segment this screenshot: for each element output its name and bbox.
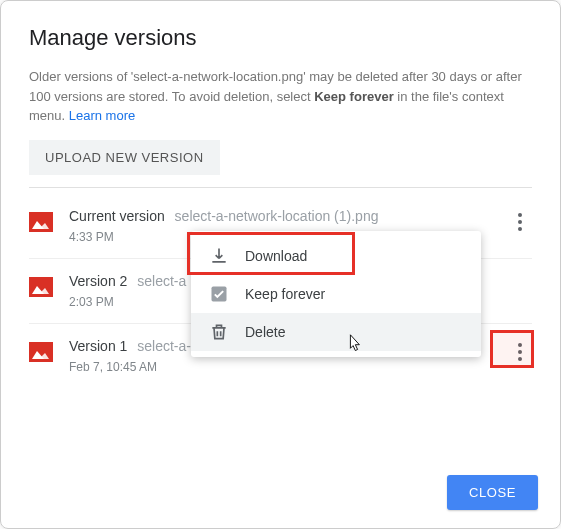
image-file-icon [29, 277, 53, 297]
dialog-description: Older versions of 'select-a-network-loca… [29, 67, 532, 126]
version-filename: select-a [137, 273, 186, 289]
image-file-icon [29, 212, 53, 232]
version-filename: select-a-network-location (1).png [175, 208, 379, 224]
more-actions-button[interactable] [508, 210, 532, 234]
menu-item-label: Download [245, 248, 307, 264]
menu-item-label: Keep forever [245, 286, 325, 302]
version-title: Current version select-a-network-locatio… [69, 208, 508, 224]
version-label: Version 1 [69, 338, 127, 354]
menu-item-label: Delete [245, 324, 285, 340]
download-icon [209, 246, 229, 266]
menu-item-keep-forever[interactable]: Keep forever [191, 275, 481, 313]
close-button[interactable]: CLOSE [447, 475, 538, 510]
dialog-title: Manage versions [29, 25, 532, 51]
version-label: Current version [69, 208, 165, 224]
more-actions-button[interactable] [508, 340, 532, 364]
dialog-footer: CLOSE [447, 475, 538, 510]
manage-versions-dialog: Manage versions Older versions of 'selec… [0, 0, 561, 529]
menu-item-delete[interactable]: Delete [191, 313, 481, 351]
checkbox-checked-icon [209, 284, 229, 304]
version-label: Version 2 [69, 273, 127, 289]
menu-item-download[interactable]: Download [191, 237, 481, 275]
learn-more-link[interactable]: Learn more [69, 108, 135, 123]
context-menu: Download Keep forever Delete [191, 231, 481, 357]
upload-new-version-button[interactable]: UPLOAD NEW VERSION [29, 140, 220, 175]
image-file-icon [29, 342, 53, 362]
divider [29, 187, 532, 188]
version-time: Feb 7, 10:45 AM [69, 360, 508, 374]
desc-bold: Keep forever [314, 89, 393, 104]
trash-icon [209, 322, 229, 342]
